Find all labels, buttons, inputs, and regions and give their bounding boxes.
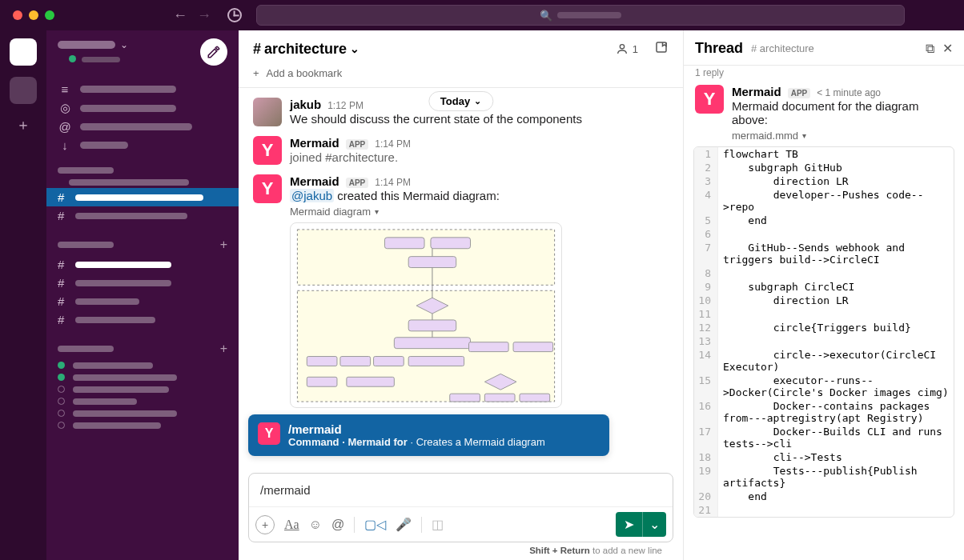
author-name[interactable]: jakub xyxy=(290,98,321,111)
video-button[interactable]: ▢◁ xyxy=(364,517,386,532)
app-badge: APP xyxy=(788,88,811,98)
svg-rect-9 xyxy=(394,338,470,349)
open-in-window-icon[interactable]: ⧉ xyxy=(926,42,934,56)
hash-icon: # xyxy=(253,41,261,58)
avatar[interactable]: Y xyxy=(253,136,282,165)
member-count-label: 1 xyxy=(633,43,638,55)
window-controls xyxy=(13,10,54,20)
emoji-button[interactable]: ☺ xyxy=(309,518,322,532)
section-dms[interactable]: + xyxy=(46,337,239,359)
audio-button[interactable]: 🎤 xyxy=(396,517,412,532)
app-badge: APP xyxy=(346,139,369,150)
titlebar: ← → 🔍 xyxy=(0,0,964,30)
section-header[interactable]: + xyxy=(46,233,239,255)
code-snippet[interactable]: 1flowchart TB2 subgraph GitHub3 directio… xyxy=(693,146,954,518)
file-name: mermaid.mmd xyxy=(732,130,798,142)
sidebar-nav-item[interactable]: ↓ xyxy=(46,136,239,154)
dm-item[interactable] xyxy=(46,407,239,419)
workspace-icon[interactable] xyxy=(10,77,37,104)
sidebar: ⌄ ≡ ◎ @ ↓ # # + # # # # + xyxy=(46,30,239,560)
send-button[interactable]: ➤ ⌄ xyxy=(616,512,666,537)
file-attachment[interactable]: mermaid.mmd▾ xyxy=(684,130,964,142)
sidebar-nav-item[interactable]: @ xyxy=(46,118,239,136)
workspace-rail: ＋ xyxy=(0,30,46,560)
member-count-button[interactable]: 1 xyxy=(616,42,638,55)
author-name[interactable]: Mermaid xyxy=(290,136,339,150)
composer-toolbar: + Aa ☺ @ ▢◁ 🎤 ◫ ➤ ⌄ xyxy=(249,506,673,542)
close-window-button[interactable] xyxy=(13,10,22,20)
thread-title: Thread xyxy=(695,40,743,57)
compose-button[interactable] xyxy=(200,38,227,66)
add-channel-icon[interactable]: + xyxy=(220,238,227,252)
thread-subtitle[interactable]: # architecture xyxy=(751,42,814,54)
svg-rect-8 xyxy=(408,320,456,331)
message[interactable]: Y MermaidAPP1:14 PM @jakub created this … xyxy=(239,170,683,413)
composer-input[interactable]: /mermaid xyxy=(249,474,673,506)
chevron-down-icon: ⌄ xyxy=(120,39,128,50)
attach-button[interactable]: + xyxy=(255,515,275,534)
list-icon: ≡ xyxy=(58,82,72,96)
channel-item[interactable]: # xyxy=(46,206,239,225)
author-name[interactable]: Mermaid xyxy=(732,85,781,98)
thread-message[interactable]: Y MermaidAPP< 1 minute ago Mermaid docum… xyxy=(684,80,964,130)
section-channels[interactable] xyxy=(46,162,239,177)
svg-rect-18 xyxy=(347,377,394,386)
channel-item[interactable]: # xyxy=(46,292,239,310)
forward-button[interactable]: → xyxy=(197,7,211,24)
diagram-preview[interactable] xyxy=(290,222,562,408)
shortcut-button[interactable]: ◫ xyxy=(432,517,444,532)
author-name[interactable]: Mermaid xyxy=(290,174,339,188)
svg-rect-20 xyxy=(484,394,515,402)
add-workspace-button[interactable]: ＋ xyxy=(16,115,30,134)
slash-command-suggestion[interactable]: Y /mermaid Command · Mermaid for · Creat… xyxy=(248,414,609,456)
close-icon[interactable]: ✕ xyxy=(942,41,953,56)
workspace-icon-active[interactable] xyxy=(10,38,37,66)
chevron-down-icon: ⌄ xyxy=(350,42,359,55)
minimize-window-button[interactable] xyxy=(29,10,38,20)
maximize-window-button[interactable] xyxy=(45,10,54,20)
message-text: @jakub created this Mermaid diagram: xyxy=(290,189,669,202)
mention-button[interactable]: @ xyxy=(331,518,344,532)
hash-icon: # xyxy=(58,294,69,308)
avatar[interactable] xyxy=(253,98,282,126)
avatar[interactable]: Y xyxy=(253,174,282,203)
channel-item[interactable]: # xyxy=(46,310,239,329)
avatar[interactable]: Y xyxy=(695,85,724,114)
channel-item[interactable]: # xyxy=(46,255,239,274)
attachment-label[interactable]: Mermaid diagram▾ xyxy=(290,206,669,218)
add-bookmark-button[interactable]: + Add a bookmark xyxy=(239,64,683,88)
user-mention[interactable]: @jakub xyxy=(290,189,334,202)
presence-icon xyxy=(58,422,65,429)
dm-item[interactable] xyxy=(46,419,239,431)
channel-header: # architecture ⌄ 1 xyxy=(239,30,683,64)
message-text: joined #architecture. xyxy=(290,150,669,164)
dm-item[interactable] xyxy=(46,371,239,383)
sidebar-nav-item[interactable]: ≡ xyxy=(46,80,239,98)
channel-item-active[interactable]: # xyxy=(46,188,239,206)
sidebar-nav-item[interactable]: ◎ xyxy=(46,98,239,118)
svg-rect-19 xyxy=(450,394,480,402)
presence-icon xyxy=(58,398,65,405)
workspace-switcher[interactable]: ⌄ xyxy=(58,39,128,50)
presence-icon xyxy=(58,410,65,417)
svg-rect-3 xyxy=(384,238,424,249)
dm-item[interactable] xyxy=(46,383,239,395)
message-timestamp: 1:14 PM xyxy=(375,177,411,188)
search-input[interactable]: 🔍 xyxy=(256,5,905,26)
message-composer: /mermaid + Aa ☺ @ ▢◁ 🎤 ◫ ➤ ⌄ xyxy=(248,473,673,542)
channel-item[interactable]: # xyxy=(46,274,239,292)
hash-icon: # xyxy=(58,190,69,204)
back-button[interactable]: ← xyxy=(173,7,187,24)
canvas-icon[interactable] xyxy=(654,40,669,58)
channel-item[interactable] xyxy=(46,177,239,188)
format-button[interactable]: Aa xyxy=(284,518,299,532)
chevron-down-icon[interactable]: ⌄ xyxy=(642,512,666,537)
channel-name-button[interactable]: # architecture ⌄ xyxy=(253,41,359,58)
dm-item[interactable] xyxy=(46,359,239,371)
thread-header: Thread # architecture ⧉ ✕ xyxy=(684,30,964,66)
history-icon[interactable] xyxy=(227,8,242,22)
date-divider[interactable]: Today ⌄ xyxy=(428,91,493,111)
dm-item[interactable] xyxy=(46,395,239,407)
add-dm-icon[interactable]: + xyxy=(220,342,227,356)
message[interactable]: Y MermaidAPP1:14 PM joined #architecture… xyxy=(239,131,683,170)
